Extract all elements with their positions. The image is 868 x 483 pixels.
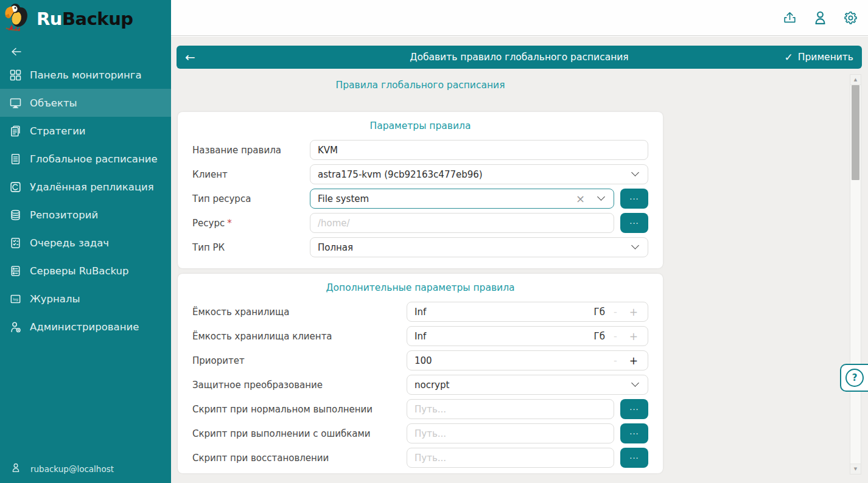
field-area: InfГб-+	[407, 302, 648, 322]
script-on-error-browse-button[interactable]: ...	[620, 423, 648, 443]
form-header-bar: ← Добавить правило глобального расписани…	[177, 46, 862, 69]
form-row: Защитное преобразованиеnocrypt	[192, 374, 648, 395]
clear-icon[interactable]: ×	[576, 193, 585, 204]
apply-button[interactable]: ✓ Применить	[785, 51, 853, 63]
increment-button[interactable]: +	[629, 306, 638, 318]
storage-capacity-field[interactable]: InfГб-+	[407, 302, 648, 322]
field-area: File system×...	[310, 189, 648, 209]
sidebar-item-repository[interactable]: Репозиторий	[0, 201, 171, 229]
resource-browse-button[interactable]: ...	[620, 213, 648, 233]
sidebar-item-tasks[interactable]: Очередь задач	[0, 229, 171, 257]
card-extra-params: Дополнительные параметры правила Ёмкость…	[178, 274, 663, 473]
form-row: Скрипт при нормальном выполненииПуть....…	[192, 398, 648, 420]
client-storage-capacity-unit: Гб	[594, 331, 605, 342]
topbar-account-button[interactable]	[812, 10, 828, 26]
script-on-error-field[interactable]: Путь...	[407, 423, 614, 443]
sidebar-item-label: Журналы	[30, 293, 80, 305]
collapse-arrow-icon	[9, 44, 23, 59]
backup-type-select[interactable]: Полная	[310, 237, 648, 257]
sidebar-item-replication[interactable]: Удалённая репликация	[0, 173, 171, 201]
app-logo: RuBackup	[0, 0, 171, 38]
increment-button[interactable]: +	[629, 330, 638, 342]
sidebar-item-label: Объекты	[30, 97, 77, 109]
vertical-scrollbar[interactable]: ▲ ▼	[850, 74, 861, 474]
sidebar-item-objects[interactable]: Объекты	[0, 89, 171, 117]
decrement-button[interactable]: -	[614, 330, 617, 342]
storage-capacity-value: Inf	[415, 307, 594, 318]
resource-value: /home/	[318, 218, 606, 229]
client-label: Клиент	[192, 169, 310, 180]
script-on-restore-browse-button[interactable]: ...	[620, 448, 648, 468]
apply-button-label: Применить	[798, 52, 853, 63]
chevron-down-icon[interactable]	[631, 379, 639, 387]
app-title: RuBackup	[37, 9, 133, 29]
encryption-value: nocrypt	[415, 380, 629, 391]
page-lines-icon	[9, 153, 22, 165]
scrollbar-thumb[interactable]	[852, 85, 859, 180]
upload-icon	[782, 10, 798, 26]
rule-name-value: KVM	[318, 145, 640, 156]
card-rule-params: Параметры правила Название правилаKVMКли…	[178, 112, 663, 268]
sidebar-item-servers[interactable]: Серверы RuBackup	[0, 257, 171, 285]
current-user-label: rubackup@localhost	[30, 464, 114, 474]
script-on-restore-field[interactable]: Путь...	[407, 448, 614, 468]
client-storage-capacity-value: Inf	[415, 331, 594, 342]
chevron-down-icon[interactable]	[597, 193, 605, 201]
field-area: /home/...	[310, 213, 648, 233]
log-icon: log	[9, 293, 22, 305]
chevron-down-icon[interactable]	[631, 169, 639, 176]
resource-type-value: File system	[318, 193, 576, 204]
priority-value: 100	[415, 355, 614, 366]
field-area: astra175-kvm (9cb92163c477eb96)	[310, 164, 648, 184]
client-storage-capacity-label: Ёмкость хранилища клиента	[192, 331, 407, 342]
back-arrow-icon: ←	[185, 50, 195, 64]
increment-button[interactable]: +	[629, 355, 638, 367]
sidebar-item-label: Панель мониторинга	[30, 69, 142, 81]
sidebar-item-label: Очередь задач	[30, 237, 109, 249]
scroll-down-button[interactable]: ▼	[850, 464, 861, 474]
scroll-up-button[interactable]: ▲	[850, 75, 861, 85]
sidebar-item-logs[interactable]: logЖурналы	[0, 285, 171, 313]
dashboard-icon	[9, 69, 22, 82]
client-select[interactable]: astra175-kvm (9cb92163c477eb96)	[310, 164, 648, 184]
topbar-settings-button[interactable]	[842, 10, 859, 26]
sidebar-item-label: Администрирование	[30, 321, 139, 333]
resource-type-browse-button[interactable]: ...	[620, 189, 648, 209]
toucan-logo-icon	[4, 1, 34, 36]
priority-field[interactable]: 100-+	[407, 350, 648, 370]
script-on-success-field[interactable]: Путь...	[407, 399, 614, 419]
field-area: Полная	[310, 237, 648, 257]
database-icon	[9, 209, 22, 221]
resource-label: Ресурс*	[192, 218, 310, 229]
sidebar-collapse-button[interactable]	[9, 44, 26, 60]
form-row: Скрипт при выполнении с ошибкамиПуть....…	[192, 423, 648, 444]
topbar-upload-button[interactable]	[782, 10, 798, 26]
page-heading: Правила глобального расписания	[178, 80, 663, 91]
back-button[interactable]: ←	[185, 51, 195, 63]
sidebar-item-monitoring[interactable]: Панель мониторинга	[0, 61, 171, 89]
current-user: rubackup@localhost	[10, 462, 114, 475]
decrement-button[interactable]: -	[614, 355, 617, 366]
user-icon	[10, 462, 21, 475]
required-asterisk: *	[227, 218, 232, 229]
sidebar-item-strategies[interactable]: Стратегии	[0, 117, 171, 145]
decrement-button[interactable]: -	[614, 306, 617, 318]
resource-field[interactable]: /home/	[310, 213, 614, 233]
check-icon: ✓	[785, 51, 793, 63]
help-button[interactable]: ?	[840, 364, 868, 392]
resource-type-select[interactable]: File system×	[310, 189, 614, 209]
gear-icon	[842, 10, 859, 26]
rule-name-field[interactable]: KVM	[310, 140, 648, 160]
encryption-select[interactable]: nocrypt	[407, 375, 648, 395]
user-icon	[812, 10, 828, 26]
documents-icon	[9, 125, 22, 137]
client-value: astra175-kvm (9cb92163c477eb96)	[318, 169, 629, 180]
sidebar-item-label: Стратегии	[30, 125, 86, 137]
help-icon: ?	[845, 369, 864, 387]
sidebar-item-schedule[interactable]: Глобальное расписание	[0, 145, 171, 173]
sidebar-item-administration[interactable]: Администрирование	[0, 313, 171, 341]
card-title: Дополнительные параметры правила	[192, 282, 648, 293]
client-storage-capacity-field[interactable]: InfГб-+	[407, 326, 648, 346]
script-on-success-browse-button[interactable]: ...	[620, 399, 648, 419]
chevron-down-icon[interactable]	[631, 241, 639, 249]
